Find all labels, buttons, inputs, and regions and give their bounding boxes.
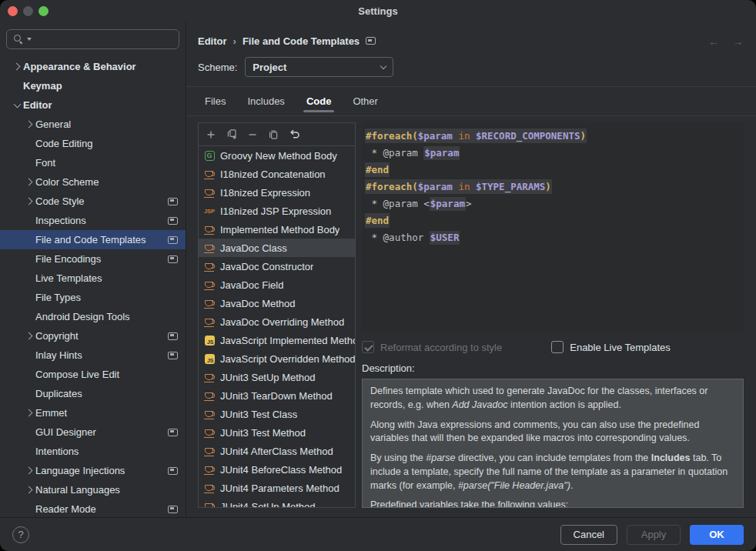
- tab-code[interactable]: Code: [296, 87, 343, 115]
- settings-tree: Appearance & BehaviorKeymapEditorGeneral…: [0, 57, 186, 517]
- template-item-label: JavaDoc Overriding Method: [220, 316, 344, 328]
- template-item[interactable]: JUnit4 AfterClass Method: [199, 442, 355, 460]
- template-item[interactable]: JSPI18nized JSP Expression: [199, 202, 355, 220]
- template-item[interactable]: JUnit3 Test Method: [199, 423, 355, 442]
- tab-other[interactable]: Other: [342, 87, 389, 115]
- scheme-dropdown[interactable]: Project: [245, 57, 393, 77]
- template-item[interactable]: JavaDoc Constructor: [199, 257, 355, 276]
- template-item[interactable]: JUnit3 TearDown Method: [199, 386, 355, 405]
- sidebar-item-keymap[interactable]: Keymap: [0, 76, 186, 95]
- sidebar-item-intentions[interactable]: Intentions: [0, 442, 186, 461]
- zoom-window-button[interactable]: [38, 6, 49, 16]
- template-item[interactable]: JavaDoc Field: [199, 276, 355, 294]
- search-input[interactable]: [33, 33, 172, 46]
- template-item[interactable]: JavaDoc Class: [199, 239, 355, 257]
- template-item[interactable]: I18nized Expression: [199, 183, 355, 202]
- chevron-right-icon[interactable]: [25, 486, 32, 494]
- sidebar-item-code-editing[interactable]: Code Editing: [0, 134, 186, 153]
- sidebar-item-copyright[interactable]: Copyright: [0, 326, 186, 346]
- sidebar-item-natural-languages[interactable]: Natural Languages: [0, 480, 186, 499]
- template-item[interactable]: JUnit3 Test Class: [199, 405, 355, 423]
- per-project-settings-icon: [168, 332, 178, 340]
- sidebar-item-color-scheme[interactable]: Color Scheme: [0, 172, 186, 192]
- sidebar-item-language-injections[interactable]: Language Injections: [0, 461, 186, 480]
- chevron-right-icon[interactable]: [12, 63, 20, 71]
- java-cup-icon: [203, 446, 216, 457]
- sidebar-item-file-and-code-templates[interactable]: File and Code Templates: [0, 230, 186, 249]
- template-item[interactable]: JUnit4 Parameters Method: [199, 479, 355, 497]
- template-item-label: JUnit4 AfterClass Method: [220, 446, 333, 457]
- ok-button[interactable]: OK: [690, 525, 744, 545]
- template-item[interactable]: JUnit4 BeforeClass Method: [199, 460, 355, 479]
- template-item-label: JavaScript Overridden Method: [220, 353, 355, 365]
- close-window-button[interactable]: [8, 6, 18, 16]
- sidebar-item-emmet[interactable]: Emmet: [0, 403, 186, 422]
- chevron-right-icon[interactable]: [25, 198, 32, 205]
- minimize-window-button[interactable]: [23, 6, 33, 16]
- enable-live-templates-checkbox[interactable]: [551, 341, 564, 353]
- template-item-label: JUnit3 SetUp Method: [220, 372, 316, 383]
- template-item[interactable]: I18nized Concatenation: [199, 165, 355, 183]
- sidebar-item-label: Natural Languages: [35, 484, 178, 496]
- settings-search-field[interactable]: [6, 29, 179, 49]
- template-item[interactable]: JUnit4 SetUp Method: [199, 497, 355, 507]
- sidebar-item-reader-mode[interactable]: Reader Mode: [0, 499, 186, 517]
- template-list-panel: GGroovy New Method BodyI18nized Concaten…: [198, 122, 356, 508]
- forward-icon[interactable]: →: [732, 35, 744, 48]
- reset-template-button[interactable]: [288, 129, 300, 141]
- cancel-button[interactable]: Cancel: [560, 525, 617, 545]
- sidebar-item-file-types[interactable]: File Types: [0, 288, 186, 307]
- per-project-settings-icon: [168, 467, 178, 475]
- template-item[interactable]: JSJavaScript Overridden Method: [199, 349, 355, 368]
- sidebar-item-inspections[interactable]: Inspections: [0, 211, 186, 230]
- sidebar-item-code-style[interactable]: Code Style: [0, 192, 186, 211]
- sidebar-item-appearance-behavior[interactable]: Appearance & Behavior: [0, 57, 186, 76]
- sidebar-item-file-encodings[interactable]: File Encodings: [0, 249, 186, 269]
- tab-includes[interactable]: Includes: [236, 87, 295, 115]
- add-template-button[interactable]: [205, 129, 217, 141]
- template-item-label: JUnit4 BeforeClass Method: [220, 464, 342, 476]
- tab-files[interactable]: Files: [194, 87, 236, 115]
- template-item-label: JUnit3 TearDown Method: [220, 390, 333, 402]
- chevron-right-icon[interactable]: [25, 332, 32, 340]
- window-title: Settings: [358, 5, 397, 17]
- description-panel: Defines template which used to generate …: [362, 379, 744, 508]
- chevron-down-icon[interactable]: [13, 100, 21, 108]
- template-item[interactable]: JUnit3 SetUp Method: [199, 368, 355, 386]
- template-item-label: JavaScript Implemented Method: [220, 335, 355, 346]
- sidebar-item-duplicates[interactable]: Duplicates: [0, 384, 186, 403]
- template-item[interactable]: Implemented Method Body: [199, 220, 355, 239]
- sidebar-item-inlay-hints[interactable]: Inlay Hints: [0, 346, 186, 365]
- sidebar-item-android-design-tools[interactable]: Android Design Tools: [0, 307, 186, 326]
- scheme-value: Project: [253, 62, 286, 73]
- chevron-right-icon[interactable]: [25, 121, 32, 129]
- sidebar-item-gui-designer[interactable]: GUI Designer: [0, 422, 186, 442]
- help-button[interactable]: ?: [12, 526, 29, 543]
- search-icon: [13, 34, 24, 45]
- sidebar-item-compose-live-edit[interactable]: Compose Live Edit: [0, 365, 186, 384]
- template-item[interactable]: JSJavaScript Implemented Method: [199, 331, 355, 349]
- breadcrumb: Editor › File and Code Templates ← →: [186, 29, 756, 52]
- sidebar-item-live-templates[interactable]: Live Templates: [0, 269, 186, 288]
- template-item[interactable]: JavaDoc Overriding Method: [199, 312, 355, 331]
- template-code-editor[interactable]: #foreach($param in $RECORD_COMPONENTS) *…: [362, 122, 744, 332]
- sidebar-item-label: Android Design Tools: [35, 311, 178, 322]
- chevron-right-icon[interactable]: [25, 179, 32, 186]
- template-item[interactable]: JavaDoc Method: [199, 294, 355, 312]
- create-child-template-button[interactable]: [226, 129, 238, 141]
- chevron-right-icon[interactable]: [25, 467, 32, 475]
- java-cup-icon: [203, 483, 216, 494]
- template-item[interactable]: GGroovy New Method Body: [199, 146, 355, 165]
- back-icon[interactable]: ←: [708, 35, 720, 48]
- apply-button[interactable]: Apply: [627, 525, 681, 545]
- sidebar-item-label: Reader Mode: [35, 503, 168, 515]
- sidebar-item-editor[interactable]: Editor: [0, 95, 186, 115]
- copy-template-button[interactable]: [267, 129, 279, 141]
- sidebar-item-label: General: [35, 119, 178, 130]
- chevron-right-icon[interactable]: [25, 409, 32, 417]
- sidebar-item-general[interactable]: General: [0, 115, 186, 134]
- remove-template-button[interactable]: [246, 129, 259, 141]
- breadcrumb-editor[interactable]: Editor: [198, 35, 227, 47]
- sidebar-item-font[interactable]: Font: [0, 153, 186, 172]
- search-options-caret-icon[interactable]: [27, 38, 32, 41]
